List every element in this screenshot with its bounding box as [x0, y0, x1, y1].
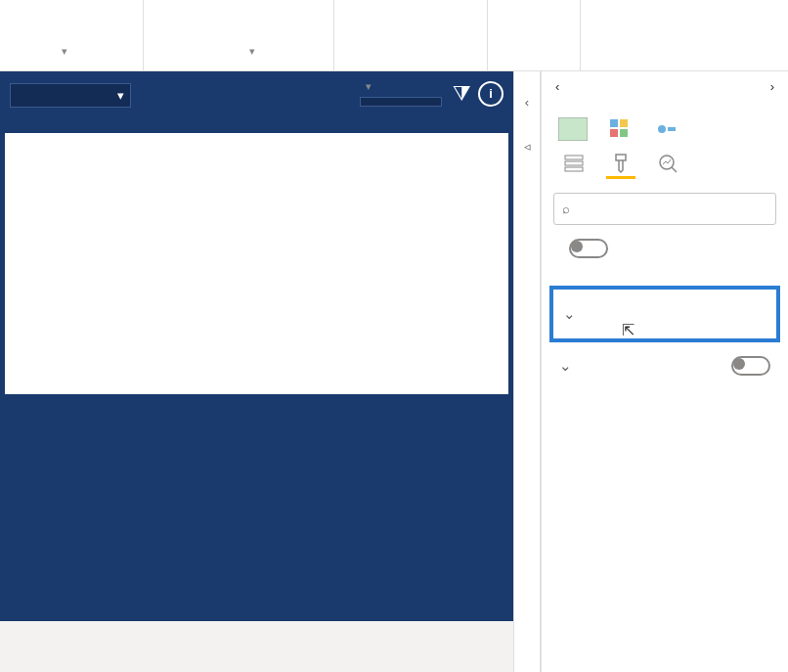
- toggle-switch[interactable]: [569, 239, 608, 258]
- ribbon-group-queries: ▾: [0, 0, 144, 70]
- viz-expand-icon[interactable]: ›: [770, 79, 774, 94]
- viz-selected-thumb[interactable]: [555, 115, 591, 143]
- svg-rect-3: [610, 129, 618, 137]
- po-select[interactable]: ▾: [10, 83, 131, 108]
- report-canvas[interactable]: ▾ ▾ ⧩ i: [0, 71, 513, 621]
- svg-rect-6: [668, 127, 676, 131]
- funnel-filter-icon[interactable]: ⧩: [453, 81, 470, 107]
- ribbon-group-insert: ▾: [144, 0, 334, 70]
- viz-collapse-icon[interactable]: ‹: [555, 79, 559, 94]
- svg-point-5: [658, 125, 666, 133]
- report-column: ▾ ▾ ⧩ i: [0, 71, 514, 672]
- fields-tab[interactable]: [559, 151, 589, 176]
- chevron-down-icon: ⌄: [563, 305, 576, 323]
- ribbon: ▾ ▾: [0, 0, 788, 71]
- format-tab[interactable]: [606, 151, 635, 179]
- viz-well-row: [542, 106, 788, 147]
- svg-rect-1: [610, 119, 618, 127]
- tolerance-input[interactable]: [360, 97, 442, 107]
- ribbon-group-calc: [334, 0, 488, 70]
- filters-pane-collapsed[interactable]: ‹ ◃: [514, 71, 541, 672]
- search-box[interactable]: ⌕: [553, 193, 776, 225]
- more-visuals-button[interactable]: ▾: [249, 44, 255, 59]
- svg-rect-4: [620, 129, 628, 137]
- svg-rect-0: [558, 117, 588, 141]
- main: ▾ ▾ ⧩ i: [0, 71, 788, 672]
- viz-alt-thumb-1[interactable]: [602, 115, 637, 143]
- chevron-left-icon[interactable]: ‹: [525, 95, 529, 110]
- cursor-icon: ⇱: [622, 321, 635, 339]
- svg-rect-9: [565, 167, 583, 171]
- bookmark-icon[interactable]: ◃: [524, 139, 531, 154]
- search-icon: ⌕: [562, 202, 570, 216]
- revert-link[interactable]: [542, 266, 788, 282]
- svg-rect-8: [565, 161, 583, 165]
- format-toggle-row: [542, 231, 788, 266]
- viz-alt-thumb-2[interactable]: [649, 115, 684, 143]
- svg-rect-7: [565, 156, 583, 159]
- chevron-down-icon: ▾: [117, 88, 124, 103]
- search-input[interactable]: [578, 200, 767, 218]
- ribbon-group-share: [488, 0, 581, 70]
- chart-legend: [5, 141, 508, 157]
- download-as-calendar-section[interactable]: ⌄ ⇱: [549, 286, 780, 342]
- title-toggle[interactable]: [731, 356, 770, 376]
- visualizations-pane: ‹ › ⌕ ⌄ ⇱ ⌄: [541, 71, 788, 672]
- analytics-tab[interactable]: [653, 151, 682, 176]
- chevron-down-icon: ⌄: [559, 357, 572, 375]
- transform-data-button[interactable]: ▾: [62, 44, 67, 59]
- chart-title: [5, 133, 508, 141]
- info-icon[interactable]: i: [478, 81, 503, 107]
- svg-rect-2: [620, 119, 628, 127]
- scatter-chart[interactable]: [5, 133, 508, 394]
- title-section[interactable]: ⌄: [542, 346, 788, 385]
- tolerance-label: ▾: [360, 80, 442, 93]
- format-tab-row: [542, 147, 788, 187]
- svg-line-11: [672, 167, 677, 172]
